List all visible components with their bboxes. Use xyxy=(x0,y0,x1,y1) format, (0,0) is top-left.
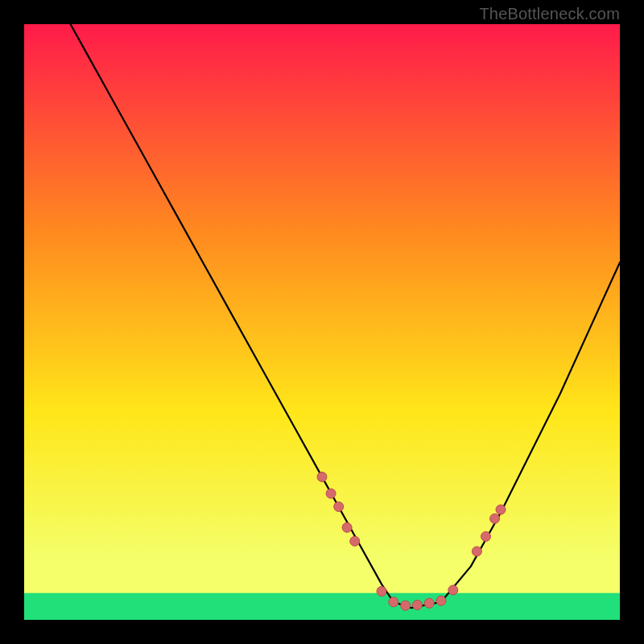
svg-rect-0 xyxy=(24,24,620,620)
background-gradient xyxy=(24,24,620,620)
svg-rect-1 xyxy=(24,593,620,620)
plot-area xyxy=(24,24,620,620)
chart-container: TheBottleneck.com xyxy=(0,0,644,644)
attribution-label: TheBottleneck.com xyxy=(479,5,620,23)
